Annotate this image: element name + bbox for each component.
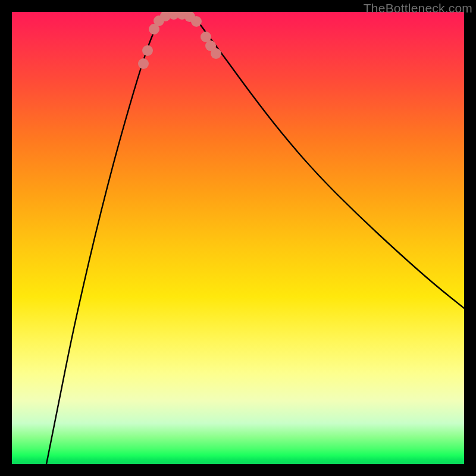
curve-left-branch <box>46 21 158 464</box>
curve-svg <box>12 12 464 464</box>
data-marker <box>142 45 153 56</box>
curve-right-branch <box>198 21 464 308</box>
data-marker <box>191 16 202 27</box>
data-marker <box>211 48 221 59</box>
data-marker <box>138 58 149 69</box>
plot-area <box>12 12 464 464</box>
curve-group <box>46 13 464 464</box>
